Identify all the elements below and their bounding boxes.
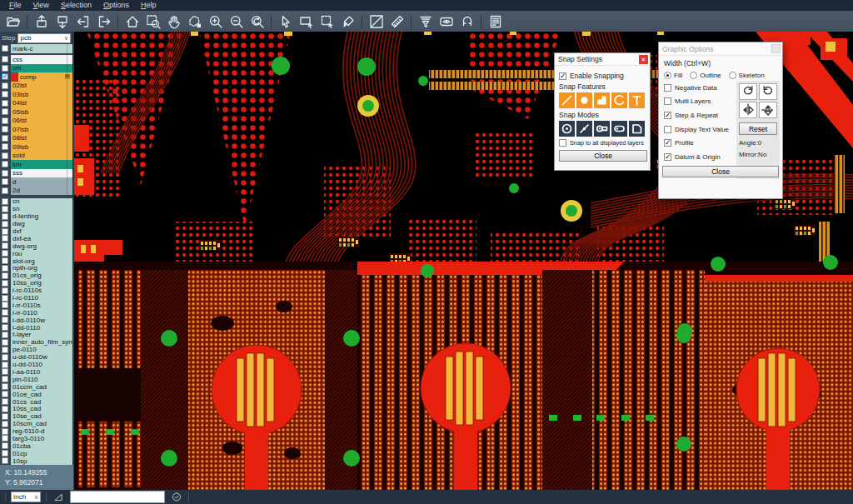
layer-checkbox-10ss_orig[interactable] <box>2 280 8 287</box>
layer-row-sold[interactable]: sold <box>0 152 72 161</box>
layer-checkbox-d-tenting[interactable] <box>2 213 8 220</box>
snap-pad-origin-button[interactable] <box>594 121 610 137</box>
option-row[interactable]: Display Text Value <box>664 122 736 137</box>
filter-icon[interactable] <box>416 12 435 30</box>
layer-row-01cs_orig[interactable]: 01cs_orig <box>0 272 72 279</box>
layer-checkbox-u-dd-0110[interactable] <box>2 362 8 368</box>
layer-row-cn[interactable]: cn <box>0 198 72 206</box>
snap-dialog-titlebar[interactable]: Snap Settings ✕ <box>555 53 650 66</box>
layer-checkbox-dwg-org[interactable] <box>2 242 8 249</box>
layer-row-i-aa-0110[interactable]: i-aa-0110 <box>0 368 72 376</box>
unit-select[interactable]: Inch ∨ <box>11 492 41 502</box>
snap-close-button[interactable]: Close <box>559 150 647 162</box>
layer-row-04lst[interactable]: 04lst <box>0 99 72 108</box>
import-up-icon[interactable] <box>32 12 51 30</box>
layer-checkbox-10se_cad[interactable] <box>2 413 8 420</box>
layer-row-i-rr-0110[interactable]: i-rr-0110 <box>0 309 72 317</box>
checkbox-datum-origin[interactable] <box>664 153 671 161</box>
close-icon[interactable] <box>771 44 781 53</box>
layer-row-07lsb[interactable]: 07lsb <box>0 125 72 134</box>
layer-checkbox-i-rc-0110s[interactable] <box>2 287 8 294</box>
layer-checkbox-02lst[interactable] <box>2 82 8 89</box>
snap-line-button[interactable] <box>559 92 575 108</box>
mirror-vertical-button[interactable] <box>759 102 777 118</box>
ruler-measure-icon[interactable] <box>387 12 407 30</box>
option-row[interactable]: Multi Layers <box>664 95 736 109</box>
view-eye-icon[interactable] <box>436 12 456 30</box>
layer-checkbox-slot-org[interactable] <box>2 257 8 264</box>
layer-checkbox-07lsb[interactable] <box>2 126 8 132</box>
select-transform-icon[interactable] <box>317 12 337 30</box>
open-folder-icon[interactable] <box>3 12 22 30</box>
layer-checkbox-01ce_cad[interactable] <box>2 391 8 397</box>
layer-row-10ss_cad[interactable]: 10ss_cad <box>0 405 72 412</box>
layer-row-rou[interactable]: rou <box>0 250 72 257</box>
snap-magnet-icon[interactable] <box>457 12 476 30</box>
layer-checkbox-01cp[interactable] <box>2 450 8 457</box>
step-out-icon[interactable] <box>94 12 113 30</box>
layer-row-06lst[interactable]: 06lst <box>0 117 72 126</box>
import-down-icon[interactable] <box>52 12 72 30</box>
layer-checkbox-i-aa-0110[interactable] <box>2 368 8 375</box>
menu-selection[interactable]: Selection <box>55 0 97 11</box>
radio-fill[interactable] <box>664 72 671 79</box>
snap-contour-button[interactable] <box>629 121 645 137</box>
layer-row-08lst[interactable]: 08lst <box>0 134 72 143</box>
snap-center-button[interactable] <box>559 121 575 137</box>
command-input[interactable] <box>70 491 165 503</box>
layer-checkbox-10sp[interactable] <box>2 457 8 464</box>
layer-row-03lsb[interactable]: 03lsb <box>0 90 72 99</box>
layer-checkbox-css[interactable] <box>2 56 8 62</box>
layer-row-09lsb[interactable]: 09lsb <box>0 142 72 152</box>
layer-checkbox-i-dd-0110w[interactable] <box>2 317 8 323</box>
zoom-polygon-icon[interactable] <box>185 12 204 30</box>
layer-checkbox-pin-0110[interactable] <box>2 376 8 382</box>
option-row[interactable]: Step & Repeat <box>664 108 736 122</box>
layer-checkbox-10scm_cad[interactable] <box>2 421 8 427</box>
layer-row-01cp[interactable]: 01cp <box>0 450 72 457</box>
layer-checkbox-03lsb[interactable] <box>2 91 8 97</box>
layer-row-i-rr-0110s[interactable]: i-rr-0110s <box>0 302 72 309</box>
layer-checkbox-01cs_orig[interactable] <box>2 272 8 279</box>
menu-file[interactable]: File <box>3 0 27 11</box>
layer-row-i-dd-0110[interactable]: i-dd-0110 <box>0 324 72 332</box>
layer-row-01cba[interactable]: 01cba <box>0 442 72 450</box>
layer-checkbox-comp[interactable] <box>2 73 8 80</box>
layer-row-pe-0110[interactable]: pe-0110 <box>0 346 72 353</box>
layer-checkbox-sn[interactable] <box>2 206 8 212</box>
layer-checkbox-u-dd-0110w[interactable] <box>2 354 8 361</box>
radio-skeleton[interactable] <box>729 72 736 79</box>
checkbox-multi-layers[interactable] <box>664 97 671 105</box>
rotate-cw-button[interactable] <box>739 83 757 100</box>
layer-checkbox-inner_auto_film_symb[interactable] <box>2 339 8 346</box>
snap-all-layers-checkbox[interactable] <box>559 139 566 147</box>
select-rect-icon[interactable] <box>297 12 316 30</box>
layer-checkbox-10ss_cad[interactable] <box>2 406 8 412</box>
layer-row-01ce_cad[interactable]: 01ce_cad <box>0 391 72 398</box>
line-measure-icon[interactable] <box>367 12 386 30</box>
snap-on-line-button[interactable] <box>576 121 592 137</box>
layer-row-01cs_cad[interactable]: 01cs_cad <box>0 398 72 406</box>
layer-checkbox-targ3-0110[interactable] <box>2 435 8 442</box>
layer-row-sn[interactable]: sn <box>0 205 72 212</box>
snap-surface-button[interactable] <box>594 92 610 108</box>
close-icon[interactable]: ✕ <box>639 55 648 64</box>
graphic-close-button[interactable]: Close <box>662 166 779 177</box>
layer-checkbox-04lst[interactable] <box>2 100 8 107</box>
layer-checkbox-f-layer[interactable] <box>2 332 8 338</box>
layer-row-d-tenting[interactable]: d-tenting <box>0 212 72 220</box>
layer-checkbox-01cba[interactable] <box>2 442 8 449</box>
layer-checkbox-i-rc-0110[interactable] <box>2 295 8 302</box>
layer-row-sm[interactable]: sm <box>0 160 72 169</box>
snap-all-layers-row[interactable]: Snap to all displayed layers <box>559 139 646 147</box>
layer-row-i-rc-0110s[interactable]: i-rc-0110s <box>0 287 72 294</box>
layer-row-10se_cad[interactable]: 10se_cad <box>0 412 72 420</box>
layer-checkbox-i-rr-0110s[interactable] <box>2 302 8 308</box>
layer-checkbox-2d[interactable] <box>2 187 8 194</box>
layer-row-reg-0110-d[interactable]: reg-0110-d <box>0 427 72 435</box>
checkbox-negative-data[interactable] <box>664 84 671 92</box>
snap-arc-button[interactable] <box>611 92 627 108</box>
option-row[interactable]: Datum & Origin <box>664 150 736 164</box>
layer-row-02lst[interactable]: 02lst <box>0 82 72 91</box>
menu-help[interactable]: Help <box>135 0 162 11</box>
